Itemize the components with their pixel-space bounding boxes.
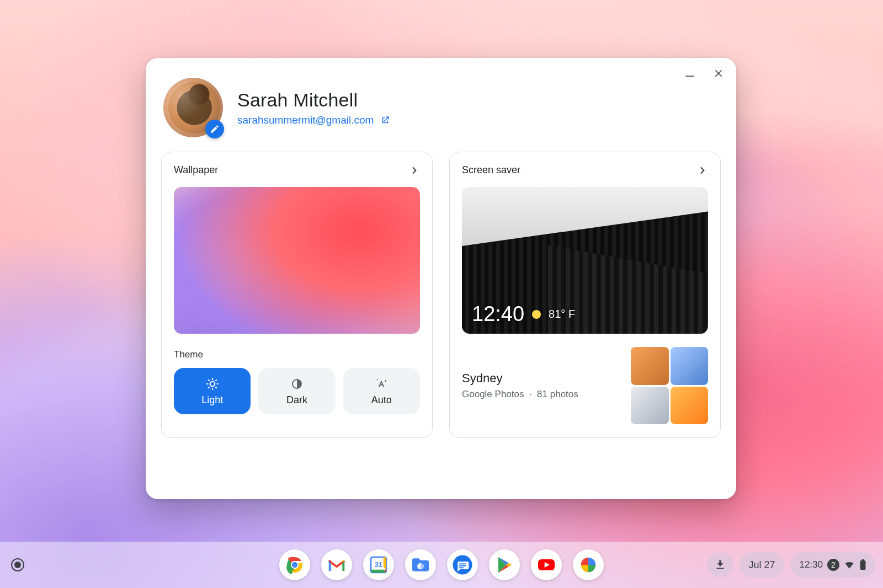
album-thumb xyxy=(671,347,709,385)
chevron-right-icon xyxy=(409,165,420,176)
dark-mode-icon xyxy=(290,377,304,391)
battery-icon xyxy=(859,559,866,570)
album-thumbnails[interactable] xyxy=(631,347,708,424)
shelf-apps: 31 xyxy=(279,549,604,580)
edit-avatar-button[interactable] xyxy=(205,120,224,138)
shelf: 31 Jul 27 xyxy=(0,542,883,588)
theme-auto-button[interactable]: Auto xyxy=(343,368,420,414)
wallpaper-section-label: Wallpaper xyxy=(174,164,218,176)
wallpaper-preview[interactable] xyxy=(174,187,420,334)
download-tray-icon xyxy=(714,559,726,571)
photos-icon[interactable] xyxy=(573,549,604,580)
theme-label: Theme xyxy=(174,349,420,360)
chrome-icon[interactable] xyxy=(279,549,310,580)
screensaver-card: Screen saver 12:40 81° F Sydney xyxy=(449,152,721,438)
holding-space-button[interactable] xyxy=(708,552,733,578)
files-icon[interactable] xyxy=(405,549,436,580)
gmail-icon[interactable] xyxy=(321,549,352,580)
svg-rect-13 xyxy=(862,559,864,561)
svg-text:31: 31 xyxy=(375,560,383,569)
album-thumb xyxy=(631,347,669,385)
status-time: 12:30 xyxy=(799,559,823,570)
screensaver-time: 12:40 xyxy=(472,302,524,326)
close-button[interactable] xyxy=(709,63,728,83)
personalization-window: Sarah Mitchell sarahsummermit@gmail.com … xyxy=(146,58,736,499)
wallpaper-card: Wallpaper Theme Light Dark xyxy=(161,152,433,438)
svg-point-0 xyxy=(210,381,215,386)
auto-icon xyxy=(374,377,389,391)
wallpaper-open-button[interactable] xyxy=(409,165,420,176)
calendar-pill[interactable]: Jul 27 xyxy=(740,552,784,578)
profile-name: Sarah Mitchell xyxy=(237,89,390,111)
avatar[interactable] xyxy=(163,78,223,137)
minimize-button[interactable] xyxy=(680,63,700,83)
play-store-icon[interactable] xyxy=(489,549,520,580)
status-area[interactable]: 12:30 2 xyxy=(790,552,875,578)
pencil-icon xyxy=(210,124,220,134)
calendar-icon[interactable]: 31 xyxy=(363,549,394,580)
close-icon xyxy=(713,68,724,79)
profile-email-link[interactable]: sarahsummermit@gmail.com xyxy=(237,114,374,126)
wifi-icon xyxy=(844,559,855,570)
profile-header: Sarah Mitchell sarahsummermit@gmail.com xyxy=(163,78,719,137)
album-thumb xyxy=(631,387,669,425)
launcher-button[interactable] xyxy=(11,558,24,571)
youtube-icon[interactable] xyxy=(531,549,562,580)
album-subtitle: Google Photos · 81 photos xyxy=(462,389,578,400)
svg-rect-12 xyxy=(860,560,866,570)
brightness-icon xyxy=(205,377,220,391)
messages-icon[interactable] xyxy=(447,549,478,580)
screensaver-temperature: 81° F xyxy=(549,308,575,320)
theme-light-button[interactable]: Light xyxy=(174,368,251,414)
screensaver-open-button[interactable] xyxy=(697,165,708,176)
chevron-right-icon xyxy=(697,165,708,176)
screensaver-preview[interactable]: 12:40 81° F xyxy=(462,187,708,334)
screensaver-section-label: Screen saver xyxy=(462,164,520,176)
notification-badge: 2 xyxy=(827,559,839,571)
album-title: Sydney xyxy=(462,371,578,386)
album-thumb xyxy=(671,387,709,425)
open-in-new-icon[interactable] xyxy=(380,115,390,125)
theme-dark-button[interactable]: Dark xyxy=(258,368,335,414)
weather-sunny-icon xyxy=(532,310,541,319)
